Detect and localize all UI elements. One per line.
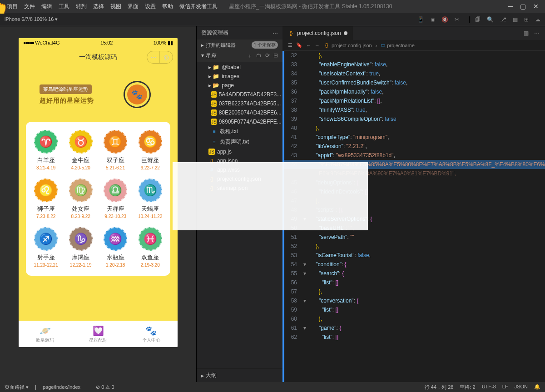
app-title: 一淘模板源码 [79, 53, 117, 61]
zodiac-item[interactable]: ♐射手座11.23-12.21 [30, 227, 63, 268]
tree-item[interactable]: JS5A4ADDD574AD42BF3... [197, 90, 282, 99]
tree-item[interactable]: ≡教程.txt [197, 126, 282, 137]
phone-tabbar: 🪐欧皇源码💟星座配对🐾个人中心 [19, 321, 178, 347]
zodiac-item[interactable]: ♏天蝎座10.24-11.22 [134, 179, 167, 219]
editor-tab[interactable]: {} project.config.json [282, 26, 353, 40]
forward-icon[interactable]: → [315, 43, 320, 48]
capsule-button[interactable]: ⋯◎ [147, 51, 173, 64]
menu-工具[interactable]: 工具 [55, 2, 73, 11]
breadcrumb[interactable]: ☰ 🔖 ← → {}project.config.json › ▭project… [282, 40, 545, 51]
collapse-icon[interactable]: ⊟ [273, 52, 278, 60]
open-editors-label[interactable]: 打开的编辑器 [206, 42, 236, 49]
zodiac-item[interactable]: ♈白羊座3.21-4.19 [30, 130, 63, 170]
search-icon[interactable]: 🔍 [487, 16, 494, 23]
tree-item[interactable]: ▸ 📁images [197, 72, 282, 81]
bell-icon[interactable]: 🔔 [534, 384, 540, 391]
zodiac-item[interactable]: ♋巨蟹座6.22-7.22 [134, 130, 167, 170]
tab-item[interactable]: 🪐欧皇源码 [19, 321, 72, 347]
menu-界面[interactable]: 界面 [124, 2, 142, 11]
page-path[interactable]: page/index/index [43, 384, 80, 390]
zodiac-item[interactable]: ♍处女座8.23-9.22 [64, 179, 98, 219]
minimize-icon[interactable]: ─ [508, 3, 513, 10]
phone-icon[interactable]: 📱 [417, 16, 424, 23]
menu-编辑[interactable]: 编辑 [38, 2, 55, 11]
cursor-position[interactable]: 行 44，列 28 [425, 384, 454, 391]
page-path-label[interactable]: 页面路径 ▾ [5, 384, 29, 391]
zodiac-item[interactable]: ♎天秤座9.23-10.23 [99, 179, 132, 219]
banner-subtitle: 超好用的星座运势 [40, 97, 94, 105]
cut-icon[interactable]: ✂ [455, 16, 459, 23]
tab-item[interactable]: 🐾个人中心 [124, 321, 178, 347]
more-icon[interactable]: ⋯ [534, 30, 540, 36]
cloud-icon[interactable]: ☁ [535, 16, 540, 23]
menu-视图[interactable]: 视图 [107, 2, 124, 11]
indent-status[interactable]: 空格: 2 [460, 384, 475, 391]
zodiac-item[interactable]: ♓双鱼座2.19-3.20 [134, 227, 167, 268]
menu-选择[interactable]: 选择 [90, 2, 107, 11]
menu-微信开发者工具[interactable]: 微信开发者工具 [176, 2, 221, 11]
list-icon[interactable]: ☰ [288, 42, 292, 48]
zodiac-grid: ♈白羊座3.21-4.19♉金牛座4.20-5.20♊双子座5.21-6.21♋… [26, 122, 170, 276]
refresh-icon[interactable]: ⟳ [265, 52, 270, 60]
statusbar: 页面路径 ▾ | page/index/index ⊘ 0 ⚠ 0 行 44，列… [0, 382, 545, 392]
branch-icon[interactable]: ⎇ [500, 16, 506, 23]
mute-icon[interactable]: 🔇 [441, 16, 448, 23]
tree-item[interactable]: JS037B622374AD42BF65... [197, 99, 282, 108]
zodiac-item[interactable]: ♊双子座5.21-6.21 [99, 130, 132, 170]
encoding-status[interactable]: UTF-8 [482, 384, 496, 391]
menu-帮助[interactable]: 帮助 [159, 2, 176, 11]
banner-illustration: 🐾 [118, 75, 157, 114]
record-icon[interactable]: ◉ [431, 16, 435, 23]
tab-item[interactable]: 💟星座配对 [72, 321, 125, 347]
explorer-title: 资源管理器 [201, 29, 228, 37]
language-status[interactable]: JSON [515, 384, 528, 391]
titlebar: 项目文件编辑工具转到选择视图界面设置帮助微信开发者工具 星座小程序_一淘模板源码… [0, 0, 545, 13]
tree-item[interactable]: JS80E2005074AD42BFE6... [197, 108, 282, 117]
phone-simulator: ●●●●● WeChat4G 15:02 100% ▮▮ 一淘模板源码 ⋯◎ 菜… [19, 38, 178, 347]
new-file-icon[interactable]: ＋ [247, 52, 253, 60]
files-icon[interactable]: 🗐 [475, 16, 481, 23]
overlay [173, 162, 368, 230]
json-icon: {} [288, 30, 294, 36]
back-icon[interactable]: ← [306, 43, 311, 48]
zodiac-item[interactable]: ♒水瓶座1.20-2.18 [99, 227, 132, 268]
bookmark-icon[interactable]: 🔖 [296, 42, 302, 48]
project-root[interactable]: 星座 [206, 52, 217, 60]
maximize-icon[interactable]: ▢ [520, 3, 526, 10]
window-title: 星座小程序_一淘模板源码网 - 微信开发者工具 Stable 1.05.2108… [229, 3, 392, 10]
tree-item[interactable]: ▸ 📁@babel [197, 63, 282, 72]
unsaved-badge: 1 个未保存 [252, 41, 278, 49]
battery-label: 100% [154, 40, 166, 45]
tree-item[interactable]: ≡免责声明.txt [197, 137, 282, 147]
extensions-icon[interactable]: ▦ [513, 16, 518, 23]
banner-button[interactable]: 菜鸟吧源码星座运势 [40, 84, 92, 94]
problems-status[interactable]: ⊘ 0 ⚠ 0 [96, 384, 114, 390]
outline-label[interactable]: 大纲 [206, 372, 217, 379]
tree-item[interactable]: JS98905F0774AD42BFFE... [197, 117, 282, 126]
tree-item[interactable]: ▸ 📂page [197, 81, 282, 90]
eol-status[interactable]: LF [502, 384, 508, 391]
split-icon[interactable]: ▥ [524, 30, 529, 36]
menu-转到[interactable]: 转到 [73, 2, 90, 11]
new-folder-icon[interactable]: 🗀 [256, 52, 262, 60]
menu-设置[interactable]: 设置 [142, 2, 159, 11]
carrier-label: WeChat4G [35, 40, 59, 45]
toolbar: iPhone 6/7/8 100% 16 ▾ 📱 ◉ 🔇 ✂ 🗐 🔍 ⎇ ▦ ⊞… [0, 13, 545, 26]
close-icon[interactable]: ✕ [533, 3, 539, 10]
grid-icon[interactable]: ⊞ [524, 16, 529, 23]
device-selector[interactable]: iPhone 6/7/8 100% 16 ▾ [0, 16, 62, 22]
phone-time: 15:02 [100, 40, 113, 45]
tree-item[interactable]: JSapp.js [197, 147, 282, 156]
zodiac-item[interactable]: ♉金牛座4.20-5.20 [64, 130, 98, 170]
zodiac-item[interactable]: ♑摩羯座12.22-1.19 [64, 227, 98, 268]
zodiac-item[interactable]: ♌狮子座7.23-8.22 [30, 179, 63, 219]
modified-dot [344, 31, 347, 35]
more-icon[interactable]: ⋯ [272, 30, 278, 36]
menu-文件[interactable]: 文件 [21, 2, 38, 11]
tab-filename: project.config.json [297, 30, 341, 36]
simulator-panel: ●●●●● WeChat4G 15:02 100% ▮▮ 一淘模板源码 ⋯◎ 菜… [0, 26, 196, 382]
